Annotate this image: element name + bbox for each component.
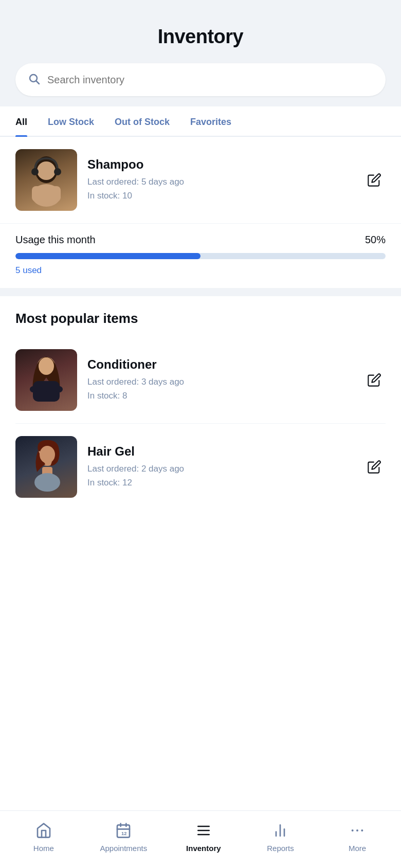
header: Inventory [0, 0, 401, 58]
conditioner-info: Conditioner Last ordered: 3 days ago In … [87, 357, 353, 403]
svg-point-5 [54, 168, 61, 175]
conditioner-image [15, 349, 77, 411]
conditioner-in-stock: In stock: 8 [87, 389, 353, 403]
tab-favorites[interactable]: Favorites [190, 106, 231, 136]
page-title: Inventory [15, 26, 386, 48]
progress-bar [15, 253, 386, 259]
shampoo-edit-button[interactable] [363, 169, 386, 191]
svg-point-9 [39, 357, 54, 375]
nav-appointments[interactable]: 12 Appointments [100, 821, 147, 853]
svg-point-4 [31, 168, 39, 175]
more-icon [348, 821, 367, 840]
nav-appointments-label: Appointments [100, 844, 147, 853]
nav-inventory[interactable]: Inventory [183, 821, 224, 853]
search-container [0, 58, 401, 106]
main-content: Shampoo Last ordered: 5 days ago In stoc… [0, 137, 401, 810]
nav-inventory-label: Inventory [186, 844, 221, 853]
tab-all[interactable]: All [15, 106, 27, 136]
shampoo-image [15, 149, 77, 211]
popular-section: Most popular items [0, 296, 401, 337]
conditioner-last-ordered: Last ordered: 3 days ago [87, 375, 353, 389]
svg-point-26 [352, 829, 354, 831]
section-divider [0, 288, 401, 296]
search-icon [28, 73, 40, 87]
nav-reports-label: Reports [267, 844, 294, 853]
usage-used: 5 used [15, 265, 386, 276]
hair-gel-card: Hair Gel Last ordered: 2 days ago In sto… [0, 424, 401, 510]
hair-gel-last-ordered: Last ordered: 2 days ago [87, 462, 353, 476]
featured-item-card: Shampoo Last ordered: 5 days ago In stoc… [0, 137, 401, 223]
usage-section: Usage this month 50% 5 used [0, 223, 401, 288]
nav-reports[interactable]: Reports [260, 821, 301, 853]
bottom-nav: Home 12 Appointments [0, 810, 401, 868]
hair-gel-edit-button[interactable] [363, 456, 386, 478]
shampoo-info: Shampoo Last ordered: 5 days ago In stoc… [87, 157, 353, 203]
nav-more-label: More [349, 844, 366, 853]
shampoo-name: Shampoo [87, 157, 353, 172]
inventory-icon [194, 821, 213, 840]
shampoo-last-ordered: Last ordered: 5 days ago [87, 175, 353, 189]
hair-gel-in-stock: In stock: 12 [87, 476, 353, 490]
hair-gel-info: Hair Gel Last ordered: 2 days ago In sto… [87, 444, 353, 490]
home-icon [34, 821, 53, 840]
svg-line-1 [37, 81, 40, 84]
reports-icon [271, 821, 289, 840]
svg-point-14 [34, 473, 60, 492]
search-bar[interactable] [15, 63, 386, 96]
tab-out-of-stock[interactable]: Out of Stock [115, 106, 170, 136]
nav-more[interactable]: More [337, 821, 378, 853]
hair-gel-name: Hair Gel [87, 444, 353, 459]
conditioner-card: Conditioner Last ordered: 3 days ago In … [0, 337, 401, 423]
svg-point-3 [37, 161, 56, 180]
conditioner-edit-button[interactable] [363, 369, 386, 391]
search-input[interactable] [47, 74, 373, 86]
svg-point-27 [356, 829, 358, 831]
nav-home-label: Home [33, 844, 54, 853]
appointments-icon: 12 [114, 821, 133, 840]
shampoo-in-stock: In stock: 10 [87, 189, 353, 203]
svg-point-28 [361, 829, 363, 831]
content-spacer [0, 510, 401, 613]
usage-header: Usage this month 50% [15, 234, 386, 246]
svg-point-12 [40, 446, 55, 463]
svg-text:12: 12 [121, 831, 126, 836]
svg-rect-7 [32, 186, 61, 202]
conditioner-name: Conditioner [87, 357, 353, 372]
tab-low-stock[interactable]: Low Stock [48, 106, 94, 136]
usage-percent: 50% [365, 234, 386, 246]
hair-gel-image [15, 436, 77, 498]
tabs: All Low Stock Out of Stock Favorites [0, 106, 401, 137]
progress-bar-fill [15, 253, 200, 259]
usage-label: Usage this month [15, 234, 96, 246]
nav-home[interactable]: Home [23, 821, 64, 853]
popular-title: Most popular items [15, 311, 386, 327]
